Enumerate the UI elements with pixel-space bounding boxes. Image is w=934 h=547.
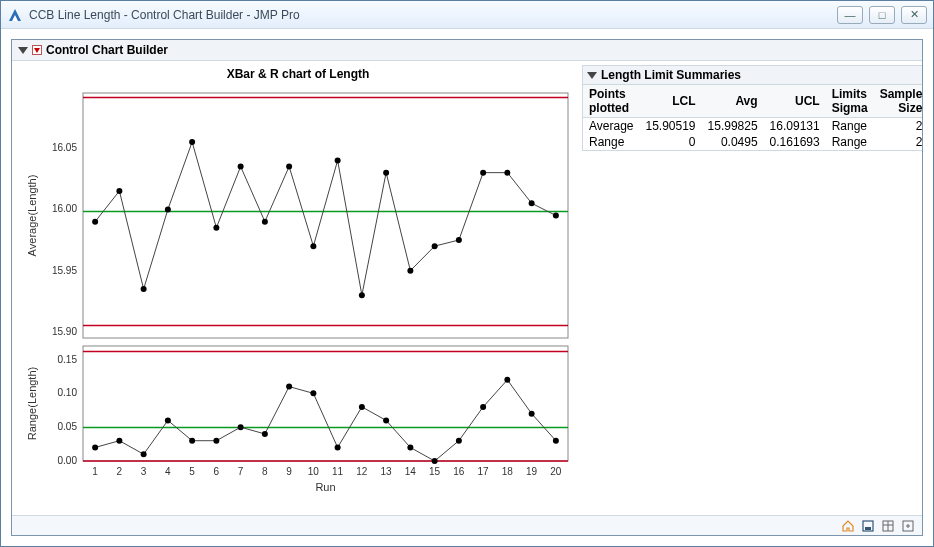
svg-text:2: 2: [117, 466, 123, 477]
svg-point-10: [92, 219, 98, 225]
app-window: CCB Line Length - Control Chart Builder …: [0, 0, 934, 547]
svg-text:Run: Run: [315, 481, 335, 493]
svg-text:17: 17: [478, 466, 490, 477]
svg-point-39: [92, 444, 98, 450]
svg-rect-31: [83, 346, 568, 461]
window-title: CCB Line Length - Control Chart Builder …: [29, 8, 837, 22]
svg-text:0.10: 0.10: [58, 387, 78, 398]
svg-text:11: 11: [332, 466, 344, 477]
titlebar[interactable]: CCB Line Length - Control Chart Builder …: [1, 1, 933, 29]
svg-point-19: [310, 243, 316, 249]
svg-point-56: [504, 377, 510, 383]
svg-text:1: 1: [92, 466, 98, 477]
col-ucl: UCL: [764, 85, 826, 118]
svg-text:Average(Length): Average(Length): [26, 175, 38, 257]
svg-text:15.95: 15.95: [52, 265, 77, 276]
svg-point-44: [213, 438, 219, 444]
svg-text:18: 18: [502, 466, 514, 477]
svg-point-18: [286, 164, 292, 170]
svg-point-47: [286, 384, 292, 390]
svg-rect-82: [865, 527, 871, 530]
disclosure-icon[interactable]: [18, 47, 28, 54]
svg-text:12: 12: [356, 466, 368, 477]
svg-point-29: [553, 213, 559, 219]
control-chart[interactable]: 15.9015.9516.0016.05Average(Length)0.000…: [18, 87, 578, 507]
svg-point-48: [310, 390, 316, 396]
statusbar: [12, 515, 922, 535]
table-row: Range00.04950.161693Range2: [583, 134, 923, 151]
svg-text:Range(Length): Range(Length): [26, 367, 38, 440]
svg-point-16: [238, 164, 244, 170]
svg-text:0.00: 0.00: [58, 455, 78, 466]
svg-point-15: [213, 225, 219, 231]
maximize-button[interactable]: □: [869, 6, 895, 24]
summary-header[interactable]: Length Limit Summaries: [582, 65, 922, 84]
svg-point-57: [529, 411, 535, 417]
chart-title: XBar & R chart of Length: [18, 65, 578, 87]
summary-table: Points plotted LCL Avg UCL Limits Sigma …: [582, 84, 922, 151]
svg-point-11: [116, 188, 122, 194]
disclosure-icon[interactable]: [587, 72, 597, 79]
svg-point-22: [383, 170, 389, 176]
svg-point-20: [335, 157, 341, 163]
svg-rect-2: [83, 93, 568, 338]
svg-text:16: 16: [453, 466, 465, 477]
svg-text:20: 20: [550, 466, 562, 477]
save-script-icon[interactable]: [860, 518, 876, 534]
svg-point-42: [165, 417, 171, 423]
col-sigma: Limits Sigma: [826, 85, 874, 118]
svg-point-45: [238, 424, 244, 430]
svg-point-40: [116, 438, 122, 444]
svg-text:14: 14: [405, 466, 417, 477]
svg-point-26: [480, 170, 486, 176]
svg-text:0.15: 0.15: [58, 354, 78, 365]
svg-text:8: 8: [262, 466, 268, 477]
app-icon: [7, 7, 23, 23]
svg-point-17: [262, 219, 268, 225]
table-row: Average15.9051915.9982516.09131Range2: [583, 118, 923, 135]
svg-text:3: 3: [141, 466, 147, 477]
svg-text:9: 9: [286, 466, 292, 477]
svg-point-50: [359, 404, 365, 410]
expand-icon[interactable]: [900, 518, 916, 534]
svg-point-49: [335, 444, 341, 450]
svg-point-53: [432, 458, 438, 464]
svg-point-52: [407, 444, 413, 450]
report-pane: Control Chart Builder XBar & R chart of …: [11, 39, 923, 536]
svg-point-51: [383, 417, 389, 423]
svg-text:10: 10: [308, 466, 320, 477]
svg-text:19: 19: [526, 466, 538, 477]
svg-text:13: 13: [381, 466, 393, 477]
svg-text:16.00: 16.00: [52, 203, 77, 214]
col-avg: Avg: [702, 85, 764, 118]
svg-point-28: [529, 200, 535, 206]
hotspot-icon[interactable]: [32, 45, 42, 55]
svg-point-24: [432, 243, 438, 249]
svg-text:0.05: 0.05: [58, 421, 78, 432]
svg-point-54: [456, 438, 462, 444]
col-points: Points plotted: [583, 85, 640, 118]
col-n: Sample Size: [874, 85, 922, 118]
svg-point-14: [189, 139, 195, 145]
svg-point-21: [359, 292, 365, 298]
summary-title: Length Limit Summaries: [601, 68, 741, 82]
svg-text:16.05: 16.05: [52, 142, 77, 153]
svg-text:4: 4: [165, 466, 171, 477]
panel-header[interactable]: Control Chart Builder: [12, 40, 922, 61]
home-icon[interactable]: [840, 518, 856, 534]
svg-text:15: 15: [429, 466, 441, 477]
svg-point-27: [504, 170, 510, 176]
client-area: Control Chart Builder XBar & R chart of …: [1, 29, 933, 546]
svg-point-41: [141, 451, 147, 457]
svg-text:7: 7: [238, 466, 244, 477]
svg-point-23: [407, 268, 413, 274]
table-icon[interactable]: [880, 518, 896, 534]
svg-text:15.90: 15.90: [52, 326, 77, 337]
svg-point-58: [553, 438, 559, 444]
col-lcl: LCL: [639, 85, 701, 118]
close-button[interactable]: ✕: [901, 6, 927, 24]
svg-point-25: [456, 237, 462, 243]
minimize-button[interactable]: —: [837, 6, 863, 24]
svg-point-55: [480, 404, 486, 410]
svg-point-43: [189, 438, 195, 444]
